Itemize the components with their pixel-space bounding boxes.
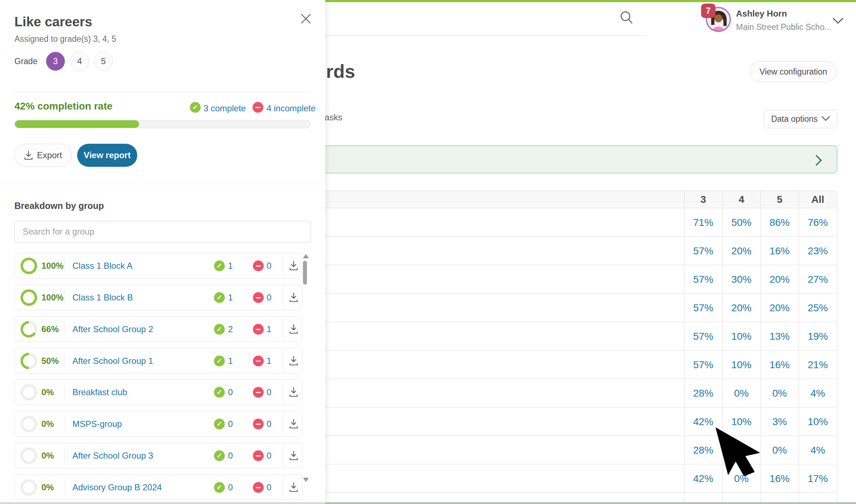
incomplete-icon xyxy=(253,324,264,335)
incomplete-icon xyxy=(253,419,264,429)
notification-banner[interactable] xyxy=(325,146,837,173)
download-button[interactable] xyxy=(286,354,301,368)
grade-chip-5[interactable]: 5 xyxy=(94,52,113,71)
table-cell-link[interactable]: 19% xyxy=(799,322,837,351)
download-button[interactable] xyxy=(286,417,301,431)
group-name-link[interactable]: Class 1 Block B xyxy=(72,285,133,310)
table-cell-link[interactable]: 28% xyxy=(684,379,722,407)
download-button[interactable] xyxy=(286,290,301,305)
table-cell-link[interactable]: 16% xyxy=(761,237,799,265)
table-cell-link[interactable]: 21% xyxy=(799,351,837,379)
table-cell-link[interactable]: 57% xyxy=(684,294,722,322)
column-header: 5 xyxy=(761,191,799,208)
scrollbar-up-arrow[interactable] xyxy=(303,254,309,258)
chevron-down-icon[interactable] xyxy=(832,17,844,26)
view-configuration-button[interactable]: View configuration xyxy=(750,61,837,82)
group-incomplete-count: 0 xyxy=(267,411,271,436)
download-button[interactable] xyxy=(286,322,301,336)
table-cell-link[interactable]: 42% xyxy=(684,464,722,493)
table-cell-link[interactable]: 20% xyxy=(722,294,761,322)
table-cell-link[interactable]: 10% xyxy=(722,351,761,379)
incomplete-icon xyxy=(253,292,264,303)
table-cell-link[interactable]: 10% xyxy=(722,322,761,351)
table-cell-link[interactable]: 57% xyxy=(684,351,722,379)
export-button[interactable]: Export xyxy=(14,144,72,167)
table-cell-link[interactable]: 17% xyxy=(799,464,837,493)
assignment-detail-panel: Like careers Assigned to grade(s) 3, 4, … xyxy=(0,0,325,504)
table-cell-link[interactable]: 23% xyxy=(799,237,837,265)
table-cell-link[interactable]: 28% xyxy=(684,436,722,464)
table-cell-link[interactable]: 30% xyxy=(722,265,761,294)
group-name-link[interactable]: MSPS-group xyxy=(72,411,122,436)
divider xyxy=(64,417,65,431)
group-search-input[interactable] xyxy=(14,221,311,242)
group-percent: 100% xyxy=(41,253,63,278)
scrollbar-thumb[interactable] xyxy=(303,261,307,285)
group-name-link[interactable]: Breakfast club xyxy=(72,380,127,405)
table-cell-link[interactable]: 4% xyxy=(799,436,837,464)
table-cell-link[interactable]: 57% xyxy=(684,265,722,294)
column-header: 4 xyxy=(722,191,761,208)
grade-chip-4[interactable]: 4 xyxy=(70,52,89,71)
breakdown-heading: Breakdown by group xyxy=(14,201,104,211)
table-cell-link[interactable]: 10% xyxy=(722,407,761,436)
table-cell-link[interactable]: 86% xyxy=(761,208,799,237)
complete-icon xyxy=(214,324,225,335)
table-cell-link[interactable]: 20% xyxy=(722,237,761,265)
group-incomplete-count: 1 xyxy=(267,317,271,342)
group-name-link[interactable]: Class 1 Block A xyxy=(72,253,133,278)
user-name: Ashley Horn xyxy=(736,9,787,19)
table-cell-link[interactable]: 16% xyxy=(761,464,799,493)
data-options-button[interactable]: Data options xyxy=(764,110,837,128)
group-row: 100% Class 1 Block A 1 0 xyxy=(14,253,302,278)
divider xyxy=(64,480,65,494)
table-grid-line xyxy=(799,191,799,502)
download-button[interactable] xyxy=(286,259,301,273)
divider xyxy=(284,348,284,373)
table-cell-link[interactable]: 57% xyxy=(684,322,722,351)
group-complete-count: 0 xyxy=(228,475,233,500)
grade-chip-3[interactable]: 3 xyxy=(46,52,65,71)
table-cell-link[interactable]: 0% xyxy=(761,379,799,407)
bottom-edge-strip xyxy=(325,502,856,504)
page-title-partial: rds xyxy=(326,61,355,82)
group-name-link[interactable]: After School Group 3 xyxy=(72,443,153,468)
completion-ring xyxy=(21,353,37,369)
close-icon[interactable] xyxy=(299,12,313,26)
group-name-link[interactable]: After School Group 2 xyxy=(72,317,153,342)
table-cell-link[interactable]: 20% xyxy=(761,294,799,322)
group-row: 0% After School Group 3 0 0 xyxy=(14,443,302,468)
scrollbar-down-arrow[interactable] xyxy=(303,478,309,482)
table-cell-link[interactable]: 10% xyxy=(799,407,837,436)
table-cell-link[interactable]: 0% xyxy=(722,379,761,407)
notification-badge[interactable]: 7 xyxy=(701,4,715,18)
completion-ring xyxy=(21,321,37,338)
table-cell-link[interactable]: 20% xyxy=(761,265,799,294)
group-name-link[interactable]: Advisory Group B 2024 xyxy=(72,475,162,500)
table-cell-link[interactable]: 71% xyxy=(684,208,722,237)
incomplete-icon xyxy=(253,482,264,493)
group-name-link[interactable]: After School Group 1 xyxy=(72,348,153,373)
table-cell-link[interactable]: 16% xyxy=(761,351,799,379)
table-cell-link[interactable]: 42% xyxy=(684,407,722,436)
table-cell-link[interactable]: 0% xyxy=(761,436,799,464)
group-row: 50% After School Group 1 1 1 xyxy=(14,348,302,374)
table-cell-link[interactable]: 57% xyxy=(684,237,722,265)
download-button[interactable] xyxy=(286,385,301,400)
table-cell-link[interactable]: 76% xyxy=(799,208,837,237)
table-cell-link[interactable]: 4% xyxy=(799,379,837,407)
table-cell-link[interactable]: 27% xyxy=(799,265,837,294)
table-cell-link[interactable]: 13% xyxy=(761,322,799,351)
group-complete-count: 1 xyxy=(228,253,233,278)
divider xyxy=(64,322,65,336)
download-button[interactable] xyxy=(286,480,301,495)
search-icon[interactable] xyxy=(618,9,635,27)
table-cell-link[interactable]: 25% xyxy=(799,294,837,322)
table-cell-link[interactable]: 50% xyxy=(722,208,761,237)
table-cell-link[interactable] xyxy=(722,436,761,464)
table-cell-link[interactable]: 3% xyxy=(761,407,799,436)
chevron-right-icon[interactable] xyxy=(815,155,822,168)
view-report-button[interactable]: View report xyxy=(77,144,137,167)
download-button[interactable] xyxy=(286,449,301,463)
table-cell-link[interactable]: 0% xyxy=(722,464,761,493)
